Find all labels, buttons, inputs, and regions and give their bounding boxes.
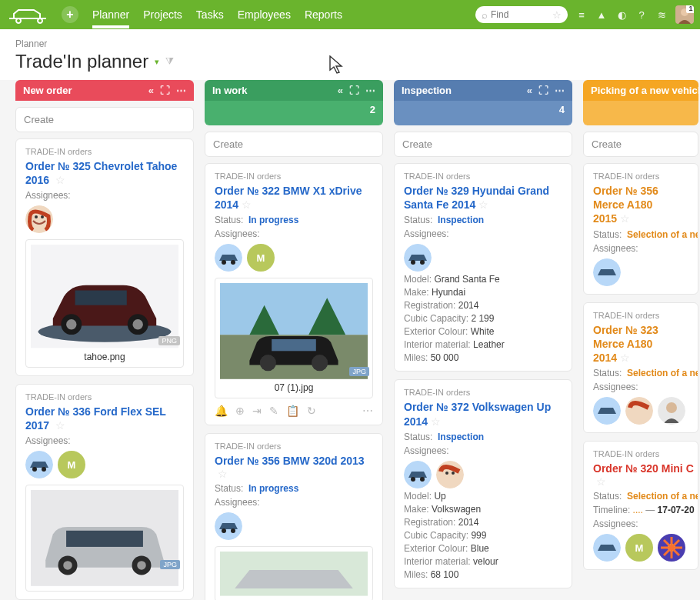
rocket-icon[interactable]: ▲	[595, 8, 608, 21]
card-title[interactable]: Order № 336 Ford Flex SEL 2017	[25, 405, 166, 432]
favorite-star-icon[interactable]: ☆	[478, 198, 488, 211]
svg-point-14	[42, 467, 46, 472]
card-order-320[interactable]: TRADE-IN orders Order № 320 Mini C☆ Stat…	[583, 441, 698, 570]
filter-icon[interactable]: ⧩	[165, 55, 174, 68]
collapse-column-icon[interactable]: «	[148, 85, 154, 96]
menu-icon[interactable]: ≡	[575, 8, 588, 21]
file-name: tahoe.png	[31, 352, 178, 362]
user-add-icon[interactable]: ⊕	[235, 405, 245, 417]
avatar[interactable]	[593, 534, 621, 562]
current-user-avatar[interactable]: 1	[675, 5, 694, 24]
card-order-325[interactable]: TRADE-IN orders Order № 325 Chevrolet Ta…	[15, 138, 194, 376]
column-header[interactable]: New order « ⛶ ⋯	[15, 80, 194, 101]
favorite-star-icon[interactable]: ☆	[55, 419, 65, 432]
timeline-date: 17-07-20	[658, 505, 695, 515]
file-ext-badge: JPG	[349, 367, 369, 376]
favorite-star-icon[interactable]: ☆	[596, 475, 606, 488]
create-card-input[interactable]: Create	[583, 132, 698, 157]
favorite-star-icon[interactable]: ☆	[218, 468, 228, 480]
favorite-star-icon[interactable]: ☆	[431, 415, 441, 428]
spec-key: Model:	[404, 491, 432, 502]
avatar[interactable]	[593, 258, 621, 286]
column-menu-icon[interactable]: ⋯	[365, 85, 375, 96]
globe-icon[interactable]: ◐	[615, 8, 628, 21]
search-star-icon[interactable]: ☆	[552, 9, 562, 21]
svg-point-46	[666, 402, 677, 413]
avatar[interactable]	[658, 397, 685, 425]
create-card-input[interactable]: Create	[394, 132, 572, 157]
card-title[interactable]: Order № 329 Hyundai Grand Santa Fe 2014	[404, 185, 549, 211]
move-icon[interactable]: ⇥	[252, 405, 262, 417]
global-search[interactable]: ⌕ ☆	[475, 6, 568, 23]
brand-car-logo[interactable]	[6, 5, 52, 24]
search-input[interactable]	[491, 9, 549, 20]
clipboard-icon[interactable]: 📋	[286, 405, 299, 417]
collapse-column-icon[interactable]: «	[527, 85, 532, 96]
card-image-attachment[interactable]	[215, 546, 373, 600]
card-image-attachment[interactable]: JPG	[25, 485, 184, 592]
collapse-column-icon[interactable]: «	[338, 85, 343, 96]
card-order-323[interactable]: TRADE-IN orders Order № 323 Merce A180 2…	[583, 302, 698, 434]
fullscreen-column-icon[interactable]: ⛶	[538, 85, 548, 96]
nav-tab-reports[interactable]: Reports	[305, 2, 342, 27]
card-title[interactable]: Order № 372 Volkswagen Up 2014	[404, 401, 551, 427]
favorite-star-icon[interactable]: ☆	[620, 352, 630, 364]
column-header[interactable]: In work «⛶⋯	[205, 80, 383, 101]
nav-tab-planner[interactable]: Planner	[92, 2, 129, 27]
nav-tab-projects[interactable]: Projects	[143, 2, 182, 27]
card-order-322[interactable]: TRADE-IN orders Order № 322 BMW X1 xDriv…	[205, 163, 383, 425]
favorite-star-icon[interactable]: ☆	[620, 212, 630, 225]
layers-icon[interactable]: ≋	[655, 8, 668, 21]
bell-icon[interactable]: 🔔	[215, 405, 228, 417]
fullscreen-column-icon[interactable]: ⛶	[160, 85, 170, 96]
page-header: Planner Trade'In planner ▾ ⧩	[0, 29, 700, 80]
avatar[interactable]	[658, 534, 685, 562]
column-header[interactable]: Picking of a new vehicl	[583, 80, 698, 101]
column-menu-icon[interactable]: ⋯	[555, 85, 565, 96]
avatar[interactable]	[25, 451, 53, 478]
avatar[interactable]	[215, 244, 242, 272]
svg-point-35	[420, 260, 425, 265]
card-order-356-bmw[interactable]: TRADE-IN orders Order № 356 BMW 320d 201…	[205, 433, 383, 600]
column-header[interactable]: Inspection «⛶⋯	[394, 80, 572, 101]
repeat-icon[interactable]: ↻	[307, 405, 316, 417]
nav-tab-employees[interactable]: Employees	[238, 2, 291, 27]
create-card-input[interactable]: Create	[15, 107, 194, 132]
card-category: TRADE-IN orders	[404, 172, 562, 181]
card-order-356-merc[interactable]: TRADE-IN orders Order № 356 Merce A180 2…	[583, 163, 698, 295]
new-entity-button[interactable]: +	[62, 6, 78, 23]
favorite-star-icon[interactable]: ☆	[242, 198, 252, 211]
edit-icon[interactable]: ✎	[269, 405, 278, 417]
title-dropdown-icon[interactable]: ▾	[155, 57, 159, 67]
avatar[interactable]	[215, 512, 242, 540]
card-order-329[interactable]: TRADE-IN orders Order № 329 Hyundai Gran…	[394, 163, 572, 372]
card-order-372[interactable]: TRADE-IN orders Order № 372 Volkswagen U…	[394, 379, 572, 588]
avatar[interactable]: M	[247, 244, 275, 272]
card-title[interactable]: Order № 356 BMW 320d 2013	[215, 455, 365, 467]
card-title[interactable]: Order № 322 BMW X1 xDrive 2014	[215, 185, 362, 211]
create-card-input[interactable]: Create	[205, 132, 383, 157]
column-menu-icon[interactable]: ⋯	[176, 85, 186, 96]
card-more-icon[interactable]: ⋯	[362, 405, 373, 417]
spec-key: Exterior Colour:	[404, 326, 468, 337]
nav-tab-tasks[interactable]: Tasks	[196, 2, 224, 27]
avatar[interactable]	[404, 461, 432, 488]
avatar[interactable]	[625, 397, 653, 425]
card-order-336[interactable]: TRADE-IN orders Order № 336 Ford Flex SE…	[15, 384, 194, 600]
card-image-attachment[interactable]: PNG tahoe.png	[25, 239, 184, 367]
avatar[interactable]: M	[625, 534, 653, 562]
card-title[interactable]: Order № 320 Mini C	[593, 462, 694, 475]
avatar[interactable]	[593, 397, 621, 425]
avatar[interactable]	[25, 205, 53, 233]
help-icon[interactable]: ?	[635, 8, 648, 21]
favorite-star-icon[interactable]: ☆	[55, 174, 65, 186]
avatar[interactable]	[404, 244, 432, 272]
fullscreen-column-icon[interactable]: ⛶	[349, 85, 359, 96]
breadcrumb[interactable]: Planner	[15, 38, 685, 49]
avatar[interactable]	[436, 461, 464, 488]
spec-key: Registration:	[404, 300, 455, 311]
avatar[interactable]: M	[58, 451, 85, 478]
card-title[interactable]: Order № 325 Chevrolet Tahoe 2016	[25, 160, 177, 186]
svg-point-34	[411, 260, 415, 265]
card-image-attachment[interactable]: JPG 07 (1).jpg	[215, 278, 373, 398]
